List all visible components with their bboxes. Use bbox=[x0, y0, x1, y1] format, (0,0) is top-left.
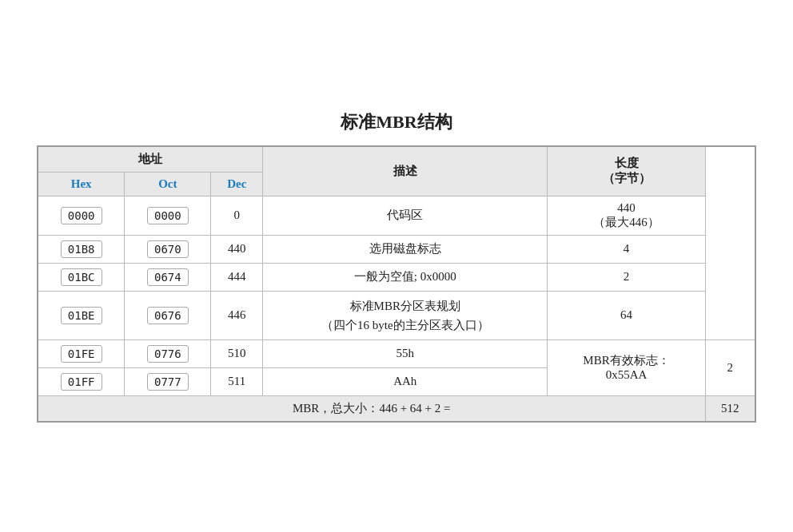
desc-header: 描述 bbox=[263, 146, 548, 197]
len-cell: 2 bbox=[548, 263, 705, 291]
hex-cell: 01B8 bbox=[38, 235, 125, 263]
dec-cell: 444 bbox=[211, 263, 263, 291]
oct-header: Oct bbox=[125, 172, 211, 196]
table-row: 0000 0000 0 代码区 440（最大446） bbox=[38, 196, 755, 235]
hex-cell: 0000 bbox=[38, 196, 125, 235]
oct-cell: 0000 bbox=[125, 196, 211, 235]
dec-cell: 440 bbox=[211, 235, 263, 263]
hex-cell: 01FF bbox=[38, 367, 125, 395]
main-container: 标准MBR结构 地址 描述 长度 （字节） Hex Oct Dec 0000 0… bbox=[37, 110, 756, 423]
mbr-table: 地址 描述 长度 （字节） Hex Oct Dec 0000 0000 0 代码… bbox=[37, 145, 756, 423]
subdesc-cell: 55h bbox=[263, 339, 548, 367]
page-title: 标准MBR结构 bbox=[37, 110, 756, 134]
len-cell: 4 bbox=[548, 235, 705, 263]
desc-cell: 一般为空值; 0x0000 bbox=[263, 263, 548, 291]
oct-cell: 0776 bbox=[125, 339, 211, 367]
table-row: 01BC 0674 444 一般为空值; 0x0000 2 bbox=[38, 263, 755, 291]
hex-cell: 01BC bbox=[38, 263, 125, 291]
hex-cell: 01FE bbox=[38, 339, 125, 367]
dec-cell: 511 bbox=[211, 367, 263, 395]
dec-cell: 446 bbox=[211, 291, 263, 339]
len-unit: （字节） bbox=[603, 172, 651, 185]
hex-header: Hex bbox=[38, 172, 125, 196]
dec-cell: 0 bbox=[211, 196, 263, 235]
oct-cell: 0676 bbox=[125, 291, 211, 339]
len-header: 长度 （字节） bbox=[548, 146, 705, 197]
footer-value: 512 bbox=[705, 395, 755, 422]
hex-cell: 01BE bbox=[38, 291, 125, 339]
table-row: 01B8 0670 440 选用磁盘标志 4 bbox=[38, 235, 755, 263]
addr-header: 地址 bbox=[38, 146, 263, 173]
desc-cell: 代码区 bbox=[263, 196, 548, 235]
footer-label: MBR，总大小：446 + 64 + 2 = bbox=[38, 395, 705, 422]
len-label: 长度 bbox=[615, 157, 639, 169]
len-cell: 64 bbox=[548, 291, 705, 339]
len-cell: 440（最大446） bbox=[548, 196, 705, 235]
subdesc-cell: AAh bbox=[263, 367, 548, 395]
dec-cell: 510 bbox=[211, 339, 263, 367]
oct-cell: 0670 bbox=[125, 235, 211, 263]
desc-cell: 选用磁盘标志 bbox=[263, 235, 548, 263]
dec-header: Dec bbox=[211, 172, 263, 196]
table-row: 01BE 0676 446 标准MBR分区表规划（四个16 byte的主分区表入… bbox=[38, 291, 755, 339]
oct-cell: 0674 bbox=[125, 263, 211, 291]
desc-cell: 标准MBR分区表规划（四个16 byte的主分区表入口） bbox=[263, 291, 548, 339]
oct-cell: 0777 bbox=[125, 367, 211, 395]
len-shared-cell: 2 bbox=[705, 339, 755, 395]
desc-shared-cell: MBR有效标志：0x55AA bbox=[548, 339, 705, 395]
table-row: 01FE 0776 510 55h MBR有效标志：0x55AA 2 bbox=[38, 339, 755, 367]
footer-row: MBR，总大小：446 + 64 + 2 = 512 bbox=[38, 395, 755, 422]
